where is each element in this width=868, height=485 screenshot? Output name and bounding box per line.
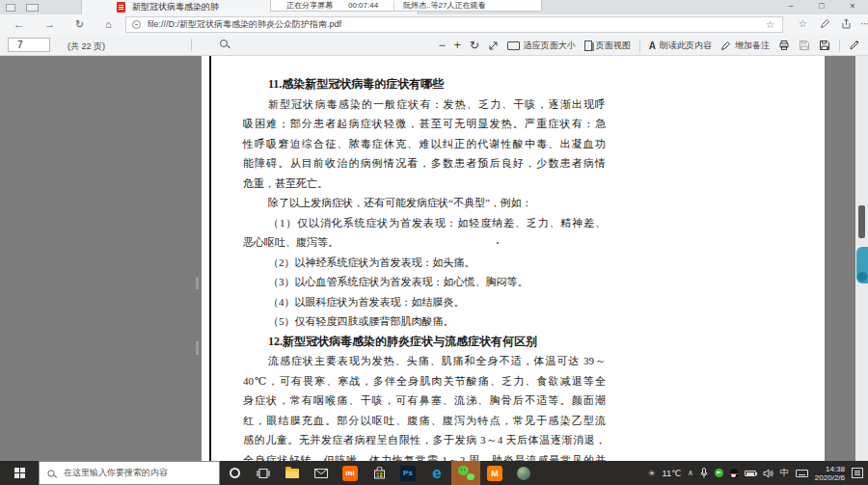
tray-chevron-up-icon[interactable]: ∧ [688, 469, 693, 477]
page-view-icon[interactable] [584, 40, 592, 51]
taskbar-app-m[interactable]: M [480, 461, 509, 485]
document-line: 12.新型冠状病毒感染的肺炎症状与流感症状有何区别 [243, 332, 606, 352]
document-line: 性呼吸窘迫综合征、脓毒症休克、难以纠正的代谢性酸中毒、出凝血功 [243, 134, 606, 154]
qq-tray-icon[interactable] [730, 469, 738, 478]
stray-mark [497, 242, 499, 244]
url-text: file:///D:/新型冠状病毒感染的肺炎公众防护指南.pdf [148, 18, 766, 31]
scan-artifact [196, 341, 199, 355]
action-center-icon[interactable] [852, 468, 863, 478]
tray-clock[interactable]: 14:38 2020/2/6 [815, 465, 845, 482]
document-page: 11.感染新型冠状病毒的症状有哪些新型冠状病毒感染的一般症状有：发热、乏力、干咳… [202, 56, 825, 461]
taskbar-app-file-explorer[interactable] [278, 461, 307, 485]
zoom-in-icon[interactable]: + [454, 36, 461, 55]
cortana-icon [230, 468, 240, 478]
address-bar-input[interactable]: file:///D:/新型冠状病毒感染的肺炎公众防护指南.pdf ☆ [125, 16, 783, 33]
page-total-label: (共 22 页) [68, 40, 105, 53]
windows-taskbar: 在这里输入你要搜索的内容 mi Ps e M ☀ 11℃ [0, 461, 868, 485]
window-controls: − □ × [775, 0, 868, 13]
taskbar-search-box[interactable]: 在这里输入你要搜索的内容 [39, 461, 220, 485]
taskbar-app-mi[interactable]: mi [336, 461, 365, 485]
add-favorite-star-icon[interactable]: ☆ [766, 19, 774, 30]
save-as-icon[interactable] [819, 40, 830, 51]
read-aloud-icon[interactable]: A [649, 40, 656, 51]
expand-icon[interactable] [488, 40, 499, 51]
favorites-hub-icon[interactable]: ☆ [799, 18, 807, 29]
search-icon [47, 470, 54, 476]
system-tray: ☀ 11℃ ∧ 中 14:38 2020/2/6 [647, 465, 868, 482]
pdf-search-icon[interactable] [220, 40, 228, 49]
taskbar-app-edge[interactable]: e [422, 461, 451, 485]
fit-page-icon[interactable] [507, 41, 520, 50]
pen-tool-icon[interactable] [849, 40, 860, 51]
taskbar-app-mail[interactable] [307, 461, 336, 485]
zoom-out-icon[interactable]: − [439, 36, 446, 55]
save-icon [799, 40, 810, 51]
refresh-icon[interactable]: ↻ [75, 16, 84, 33]
annotation-handle[interactable] [856, 247, 868, 283]
taskbar-app-wechat[interactable] [451, 461, 480, 485]
document-line: 除了以上发病症状，还有可能发病症状“不典型”，例如： [243, 193, 606, 213]
globe-icon [517, 467, 530, 480]
document-line: 40℃，可有畏寒、寒战，多伴全身肌肉关节酸痛、乏力、食欲减退等全 [243, 371, 606, 391]
annotation-handle-dot [857, 272, 867, 282]
store-icon [373, 467, 386, 479]
share-viewers-text: 阮炜杰..等27人正在观看 [403, 0, 485, 11]
pdf-file-icon [117, 2, 125, 13]
share-timer: 00:07:44 [348, 1, 378, 10]
document-line: 全身症状好转，但咳嗽、体力恢复常需 1～2 周。肺炎是流感最常见的并 [243, 450, 606, 462]
set-tabs-aside-icon[interactable] [6, 4, 15, 12]
window-close-button[interactable]: × [837, 0, 868, 13]
add-note-label[interactable]: 增加备注 [735, 40, 770, 52]
taskbar-app-photoshop[interactable]: Ps [393, 461, 422, 485]
rotate-icon[interactable]: ↻ [470, 36, 479, 55]
pdf-toolbar: 7 (共 22 页) − + ↻ 适应页面大小 页面视图 A 朗读此页内容 增加… [0, 35, 868, 56]
taskbar-app-globe[interactable] [509, 461, 538, 485]
taskbar-app-store[interactable] [365, 461, 393, 485]
back-icon[interactable]: ← [14, 16, 24, 33]
wechat-tray-icon[interactable] [715, 469, 723, 477]
start-button[interactable] [0, 461, 39, 485]
pdf-content-area[interactable]: 11.感染新型冠状病毒的症状有哪些新型冠状病毒感染的一般症状有：发热、乏力、干咳… [0, 56, 868, 461]
page-number-input[interactable]: 7 [8, 38, 50, 52]
print-icon[interactable] [778, 40, 790, 51]
document-line: 感的儿童。无并发症者病程呈自限性，多于发病 3～4 天后体温逐渐消退， [243, 430, 606, 450]
home-icon[interactable]: ⌂ [105, 16, 112, 33]
ime-indicator[interactable]: 中 [780, 467, 789, 479]
edge-icon: e [432, 464, 441, 483]
microphone-icon[interactable] [700, 468, 708, 478]
tray-time: 14:38 [815, 465, 845, 473]
add-note-pen-icon[interactable] [720, 40, 731, 51]
browser-address-bar-row: ← → ↻ ⌂ file:///D:/新型冠状病毒感染的肺炎公众防护指南.pdf… [0, 14, 868, 35]
more-menu-icon[interactable]: ⋯ [860, 18, 868, 29]
window-maximize-button[interactable]: □ [806, 0, 837, 13]
window-minimize-button[interactable]: − [775, 0, 806, 13]
volume-icon[interactable] [763, 469, 773, 478]
taskbar-app-cortana[interactable] [220, 461, 249, 485]
search-placeholder: 在这里输入你要搜索的内容 [64, 467, 168, 479]
touch-keyboard-icon[interactable] [796, 470, 808, 477]
forward-icon[interactable]: → [44, 16, 55, 33]
document-line: 11.感染新型冠状病毒的症状有哪些 [243, 74, 606, 94]
document-line: （1）仅以消化系统症状为首发表现：如轻度纳差、乏力、精神差、 [243, 213, 606, 233]
read-aloud-label[interactable]: 朗读此页内容 [660, 40, 712, 52]
photoshop-icon: Ps [400, 466, 416, 481]
battery-icon[interactable] [745, 471, 756, 476]
web-note-pen-icon[interactable] [820, 18, 830, 29]
screen-share-banner: 正在分享屏幕 00:07:44 阮炜杰..等27人正在观看 [270, 0, 542, 12]
document-line: 恶心呕吐、腹泻等。 [243, 232, 606, 253]
mail-icon [314, 469, 328, 478]
page-view-label[interactable]: 页面视图 [596, 40, 631, 52]
document-line: 身症状，常有咽喉痛、干咳，可有鼻塞、流涕、胸骨后不适等。颜面潮 [243, 391, 606, 411]
brightness-icon[interactable]: ☀ [647, 469, 655, 478]
scrollbar-thumb[interactable] [858, 205, 865, 238]
tabs-set-aside-list-icon[interactable] [26, 4, 39, 12]
fit-page-label[interactable]: 适应页面大小 [524, 40, 576, 52]
share-icon[interactable] [841, 18, 852, 29]
document-text: 11.感染新型冠状病毒的症状有哪些新型冠状病毒感染的一般症状有：发热、乏力、干咳… [243, 74, 606, 461]
tray-temperature[interactable]: 11℃ [663, 469, 681, 478]
file-explorer-icon [285, 469, 299, 478]
document-line: 吸困难；部分患者起病症状轻微，甚至可无明显发热。严重症状有：急 [243, 114, 606, 134]
document-badge-icon [132, 20, 141, 29]
windows-logo-icon [14, 468, 25, 478]
taskbar-app-task-view[interactable] [249, 461, 278, 485]
